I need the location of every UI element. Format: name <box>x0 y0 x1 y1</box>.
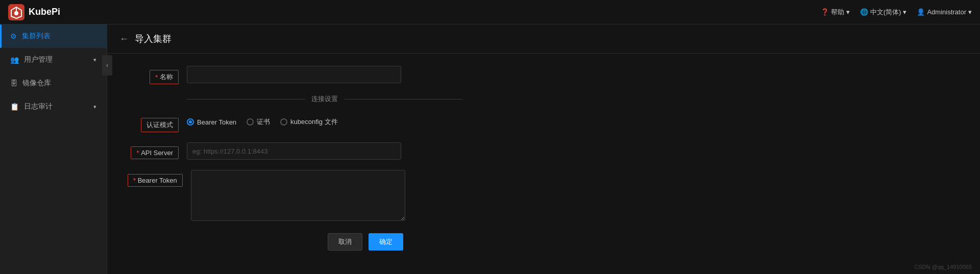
chevron-down-icon2: ▾ <box>93 104 96 110</box>
name-required-star: * <box>155 73 158 81</box>
globe-icon: 🌐 <box>860 8 868 16</box>
bearer-token-required-star: * <box>133 177 136 184</box>
auth-mode-label: 认证模式 <box>128 114 179 132</box>
logo-text: KubePi <box>29 7 60 17</box>
sidebar: ⚙ 集群列表 👥 用户管理 ▾ 🗄 镜像仓库 📋 日志审计 ▾ <box>0 24 107 274</box>
user-icon: 👤 <box>917 8 925 16</box>
active-bar <box>0 24 2 48</box>
connection-section-divider: 连接设置 <box>187 94 462 104</box>
logo-icon <box>8 4 24 20</box>
radio-bearer-token-circle <box>187 118 194 126</box>
sidebar-item-cluster-list[interactable]: ⚙ 集群列表 <box>0 24 107 48</box>
back-button[interactable]: ← <box>119 34 129 44</box>
sidebar-item-image-repo[interactable]: 🗄 镜像仓库 <box>0 71 107 95</box>
name-label: * 名称 <box>128 66 179 84</box>
chevron-down-icon: ▾ <box>93 57 96 63</box>
radio-certificate-label: 证书 <box>257 117 270 127</box>
cancel-button[interactable]: 取消 <box>328 233 362 251</box>
api-server-label: * API Server <box>128 142 179 159</box>
gear-icon: ⚙ <box>10 32 17 40</box>
radio-certificate-circle <box>247 118 254 126</box>
name-label-text: 名称 <box>160 72 173 82</box>
api-server-input[interactable] <box>187 142 401 160</box>
bearer-token-label-box: * Bearer Token <box>128 174 183 187</box>
page-header: ← 导入集群 <box>107 24 980 54</box>
lang-chevron-icon: ▾ <box>903 8 906 16</box>
api-server-label-text: API Server <box>141 149 173 157</box>
api-server-row: * API Server <box>128 142 526 160</box>
help-chevron-icon: ▾ <box>846 8 850 16</box>
content-area: ← 导入集群 * 名称 连接设置 <box>107 24 980 274</box>
page-title: 导入集群 <box>135 33 172 45</box>
bearer-token-label: * Bearer Token <box>128 170 183 187</box>
confirm-button[interactable]: 确定 <box>369 233 403 251</box>
radio-kubeconfig[interactable]: kubeconfig 文件 <box>280 117 338 127</box>
help-button[interactable]: ❓ 帮助 ▾ <box>821 8 850 17</box>
divider-right <box>344 99 462 99</box>
radio-certificate[interactable]: 证书 <box>247 117 270 127</box>
file-icon: 📋 <box>10 103 19 111</box>
user-mgmt-icon: 👥 <box>10 56 19 64</box>
name-label-box: * 名称 <box>150 70 179 84</box>
logo: KubePi <box>8 4 60 20</box>
user-button[interactable]: 👤 Administrator ▾ <box>917 8 972 16</box>
sidebar-item-label: 集群列表 <box>22 32 51 41</box>
auth-mode-radio-group: Bearer Token 证书 kubeconfig 文件 <box>187 114 338 127</box>
api-server-label-box: * API Server <box>131 146 179 159</box>
radio-bearer-token[interactable]: Bearer Token <box>187 118 236 126</box>
sidebar-item-label: 用户管理 <box>24 55 53 64</box>
import-cluster-form: * 名称 连接设置 认证模式 <box>107 54 546 263</box>
auth-mode-row: 认证模式 Bearer Token 证书 kubeconfig 文件 <box>128 114 526 132</box>
radio-bearer-token-label: Bearer Token <box>197 118 236 126</box>
bearer-token-input[interactable] <box>191 170 405 221</box>
name-row: * 名称 <box>128 66 526 84</box>
header-right: ❓ 帮助 ▾ 🌐 中文(简体) ▾ 👤 Administrator ▾ <box>821 8 972 17</box>
user-chevron-icon: ▾ <box>968 8 972 16</box>
auth-mode-label-text: 认证模式 <box>146 120 173 130</box>
radio-kubeconfig-circle <box>280 118 287 126</box>
main-layout: ⚙ 集群列表 👥 用户管理 ▾ 🗄 镜像仓库 📋 日志审计 ▾ ‹ ← 导入集群 <box>0 24 980 274</box>
api-server-required-star: * <box>136 149 139 157</box>
layers-icon: 🗄 <box>10 79 17 87</box>
sidebar-item-label: 镜像仓库 <box>22 79 51 88</box>
auth-mode-label-box: 认证模式 <box>141 118 179 132</box>
radio-kubeconfig-label: kubeconfig 文件 <box>290 117 338 127</box>
help-icon: ❓ <box>821 8 829 16</box>
divider-left <box>187 99 305 99</box>
bearer-token-label-text: Bearer Token <box>138 177 177 184</box>
sidebar-toggle-button[interactable]: ‹ <box>102 55 112 76</box>
action-buttons: 取消 确定 <box>128 233 403 251</box>
sidebar-item-audit-log[interactable]: 📋 日志审计 ▾ <box>0 95 107 118</box>
name-input[interactable] <box>187 66 401 83</box>
bearer-token-row: * Bearer Token <box>128 170 526 221</box>
sidebar-item-label: 日志审计 <box>24 102 53 111</box>
sidebar-item-user-management[interactable]: 👥 用户管理 ▾ <box>0 48 107 71</box>
watermark: CSDN @qq_14910065 <box>914 264 972 270</box>
svg-point-2 <box>14 11 18 15</box>
connection-section-label: 连接设置 <box>311 94 338 104</box>
language-button[interactable]: 🌐 中文(简体) ▾ <box>860 8 907 17</box>
header: KubePi ❓ 帮助 ▾ 🌐 中文(简体) ▾ 👤 Administrator… <box>0 0 980 24</box>
